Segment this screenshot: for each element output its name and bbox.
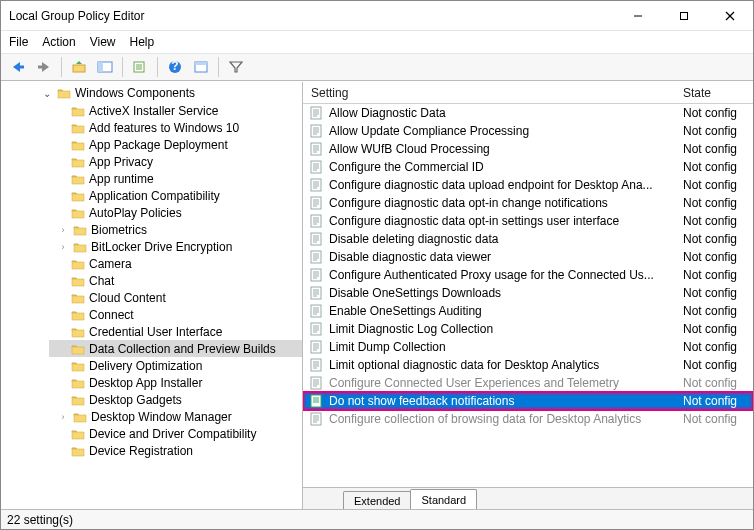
tree-item-label: Chat [89, 274, 114, 288]
tree-item[interactable]: App runtime [49, 170, 302, 187]
properties-button[interactable] [190, 56, 212, 78]
policy-icon [309, 106, 323, 120]
setting-row[interactable]: Configure collection of browsing data fo… [303, 410, 753, 428]
setting-row[interactable]: Configure Connected User Experiences and… [303, 374, 753, 392]
setting-label: Limit Dump Collection [329, 340, 677, 354]
setting-state: Not config [683, 286, 753, 300]
help-button[interactable]: ? [164, 56, 186, 78]
setting-row[interactable]: Do not show feedback notificationsNot co… [303, 392, 753, 410]
setting-row[interactable]: Allow Diagnostic DataNot config [303, 104, 753, 122]
setting-row[interactable]: Disable OneSettings DownloadsNot config [303, 284, 753, 302]
policy-icon [309, 232, 323, 246]
tree-item[interactable]: ›Desktop Window Manager [49, 408, 302, 425]
setting-row[interactable]: Limit optional diagnostic data for Deskt… [303, 356, 753, 374]
svg-rect-89 [311, 377, 321, 389]
svg-rect-49 [311, 233, 321, 245]
window: Local Group Policy Editor File Action Vi… [0, 0, 754, 530]
tree-item-label: Desktop Window Manager [91, 410, 232, 424]
svg-rect-1 [681, 12, 688, 19]
tree-item[interactable]: Credential User Interface [49, 323, 302, 340]
setting-state: Not config [683, 106, 753, 120]
folder-icon [71, 258, 85, 270]
svg-rect-94 [311, 395, 321, 407]
tree-item[interactable]: Desktop App Installer [49, 374, 302, 391]
setting-row[interactable]: Limit Diagnostic Log CollectionNot confi… [303, 320, 753, 338]
details-pane: Setting State Allow Diagnostic DataNot c… [303, 82, 753, 509]
tree-item[interactable]: Cloud Content [49, 289, 302, 306]
setting-row[interactable]: Configure diagnostic data opt-in change … [303, 194, 753, 212]
close-button[interactable] [707, 1, 753, 31]
window-title: Local Group Policy Editor [9, 9, 615, 23]
tree-item[interactable]: App Privacy [49, 153, 302, 170]
forward-button[interactable] [33, 56, 55, 78]
setting-row[interactable]: Limit Dump CollectionNot config [303, 338, 753, 356]
tree-item[interactable]: Connect [49, 306, 302, 323]
column-header-setting[interactable]: Setting [303, 86, 683, 100]
minimize-button[interactable] [615, 1, 661, 31]
svg-rect-98 [311, 413, 321, 425]
svg-rect-59 [311, 269, 321, 281]
tree-item-label: App runtime [89, 172, 154, 186]
column-header-state[interactable]: State [683, 86, 753, 100]
tab-standard[interactable]: Standard [410, 489, 477, 509]
tree-item-label: ActiveX Installer Service [89, 104, 218, 118]
setting-label: Configure diagnostic data opt-in setting… [329, 214, 677, 228]
back-button[interactable] [7, 56, 29, 78]
menu-help[interactable]: Help [130, 35, 155, 49]
setting-state: Not config [683, 340, 753, 354]
tree-item-label: Device Registration [89, 444, 193, 458]
setting-state: Not config [683, 394, 753, 408]
tree-item-label: Credential User Interface [89, 325, 222, 339]
setting-row[interactable]: Configure diagnostic data opt-in setting… [303, 212, 753, 230]
setting-row[interactable]: Disable diagnostic data viewerNot config [303, 248, 753, 266]
toolbar-separator [218, 57, 219, 77]
tree-item[interactable]: Device and Driver Compatibility [49, 425, 302, 442]
tree-root-item[interactable]: ⌄Windows Components [41, 86, 302, 100]
tree-item[interactable]: Delivery Optimization [49, 357, 302, 374]
setting-row[interactable]: Enable OneSettings AuditingNot config [303, 302, 753, 320]
setting-row[interactable]: Configure the Commercial IDNot config [303, 158, 753, 176]
tree-item[interactable]: Application Compatibility [49, 187, 302, 204]
tree-item[interactable]: ›BitLocker Drive Encryption [49, 238, 302, 255]
svg-rect-6 [73, 65, 85, 72]
tree-item[interactable]: Chat [49, 272, 302, 289]
setting-row[interactable]: Allow Update Compliance ProcessingNot co… [303, 122, 753, 140]
list-header: Setting State [303, 82, 753, 104]
setting-row[interactable]: Allow WUfB Cloud ProcessingNot config [303, 140, 753, 158]
tree-item[interactable]: AutoPlay Policies [49, 204, 302, 221]
tab-extended[interactable]: Extended [343, 491, 411, 509]
tree-item[interactable]: App Package Deployment [49, 136, 302, 153]
tree-item[interactable]: ›Biometrics [49, 221, 302, 238]
tree-item[interactable]: ActiveX Installer Service [49, 102, 302, 119]
menubar: File Action View Help [1, 31, 753, 53]
setting-label: Limit Diagnostic Log Collection [329, 322, 677, 336]
svg-rect-5 [38, 66, 44, 69]
menu-view[interactable]: View [90, 35, 116, 49]
menu-file[interactable]: File [9, 35, 28, 49]
tree-item[interactable]: Camera [49, 255, 302, 272]
menu-action[interactable]: Action [42, 35, 75, 49]
setting-row[interactable]: Configure diagnostic data upload endpoin… [303, 176, 753, 194]
tree-pane[interactable]: ⌄Windows ComponentsActiveX Installer Ser… [1, 82, 303, 509]
svg-rect-4 [18, 66, 24, 69]
folder-icon [73, 411, 87, 423]
setting-state: Not config [683, 268, 753, 282]
tree-item[interactable]: Data Collection and Preview Builds [49, 340, 302, 357]
tree-item[interactable]: Add features to Windows 10 [49, 119, 302, 136]
settings-list[interactable]: Allow Diagnostic DataNot configAllow Upd… [303, 104, 753, 487]
setting-label: Limit optional diagnostic data for Deskt… [329, 358, 677, 372]
show-hide-tree-button[interactable] [94, 56, 116, 78]
up-button[interactable] [68, 56, 90, 78]
tree-item[interactable]: Device Registration [49, 442, 302, 459]
tree-item-label: Device and Driver Compatibility [89, 427, 256, 441]
filter-button[interactable] [225, 56, 247, 78]
setting-row[interactable]: Disable deleting diagnostic dataNot conf… [303, 230, 753, 248]
setting-label: Allow Update Compliance Processing [329, 124, 677, 138]
folder-icon [71, 428, 85, 440]
tree-item[interactable]: Desktop Gadgets [49, 391, 302, 408]
maximize-button[interactable] [661, 1, 707, 31]
tree-item-label: Desktop App Installer [89, 376, 202, 390]
svg-rect-64 [311, 287, 321, 299]
setting-row[interactable]: Configure Authenticated Proxy usage for … [303, 266, 753, 284]
export-button[interactable] [129, 56, 151, 78]
